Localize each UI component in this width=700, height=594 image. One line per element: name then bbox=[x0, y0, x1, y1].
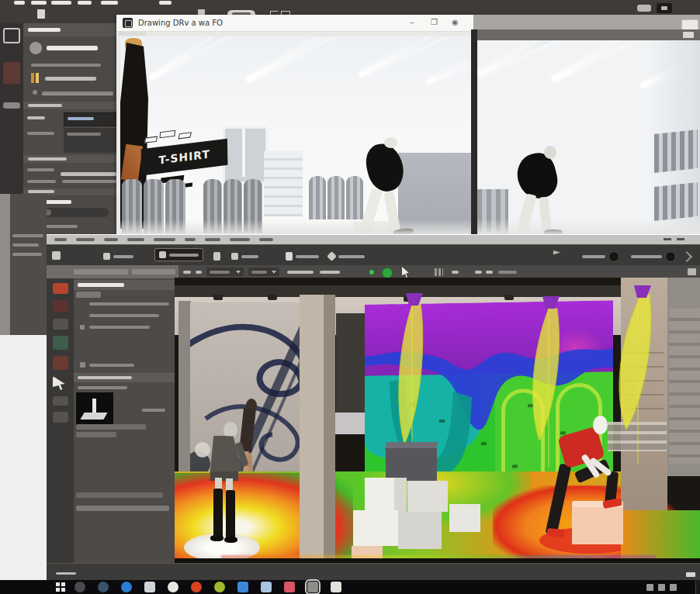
menu-item-blur[interactable] bbox=[259, 238, 273, 241]
menu-item-blur[interactable] bbox=[127, 238, 144, 241]
menu-item-blur[interactable] bbox=[54, 238, 67, 241]
viewport-icon[interactable] bbox=[3, 28, 20, 43]
taskbar-app-active[interactable] bbox=[307, 582, 318, 592]
toolbar-button[interactable] bbox=[227, 250, 262, 263]
zoom-dropdown[interactable] bbox=[206, 268, 244, 276]
tool-glyph-blur[interactable] bbox=[183, 271, 191, 274]
taskbar-app-folder[interactable] bbox=[144, 582, 155, 592]
titlebar-tab[interactable] bbox=[118, 31, 146, 36]
dropdown-box[interactable] bbox=[64, 128, 119, 153]
tool-text-blur[interactable] bbox=[287, 271, 314, 274]
dark-pill-button[interactable] bbox=[657, 3, 672, 13]
taskbar-app-white-circle[interactable] bbox=[168, 582, 178, 592]
materials-tool-icon[interactable] bbox=[53, 300, 68, 313]
scene-tool-icon[interactable] bbox=[53, 283, 68, 294]
window-buttons-blur[interactable] bbox=[677, 238, 684, 240]
status-dot-green bbox=[369, 270, 374, 275]
list-item-blur[interactable] bbox=[89, 314, 159, 317]
main-toolbar bbox=[47, 244, 700, 266]
panel-list-row[interactable] bbox=[76, 432, 116, 437]
view-toggle[interactable] bbox=[627, 250, 680, 263]
window-buttons-blur[interactable] bbox=[664, 238, 671, 240]
mannequin-gray-boot bbox=[226, 490, 235, 540]
avatar[interactable] bbox=[29, 42, 42, 54]
hand-icon[interactable] bbox=[637, 5, 651, 12]
maximize-button[interactable]: ❐ bbox=[431, 18, 438, 26]
render-mode-button[interactable] bbox=[154, 248, 203, 261]
taskbar-app-globe[interactable] bbox=[98, 582, 109, 592]
luminaire-thumbnail[interactable] bbox=[76, 392, 113, 426]
panel-filter-segment[interactable] bbox=[76, 292, 101, 298]
taskbar-app-dark-circle[interactable] bbox=[75, 582, 85, 592]
pane-header-icon[interactable] bbox=[683, 32, 694, 38]
render-viewport-secondary[interactable] bbox=[477, 40, 700, 235]
toolbar-button[interactable] bbox=[99, 250, 137, 263]
tool-glyph-blur[interactable] bbox=[486, 271, 493, 274]
taskbar-app-green[interactable] bbox=[214, 582, 225, 592]
tool-text-blur[interactable] bbox=[498, 271, 517, 274]
start-calculation-button[interactable] bbox=[382, 268, 393, 278]
taskbar-app-blue-drop[interactable] bbox=[121, 582, 132, 592]
link-text-blur[interactable] bbox=[42, 92, 113, 95]
tray-icon[interactable] bbox=[658, 584, 665, 591]
tray-icon[interactable] bbox=[646, 584, 653, 591]
name-input[interactable] bbox=[64, 112, 120, 126]
grid-icon[interactable] bbox=[435, 268, 443, 276]
graffiti-mark bbox=[178, 132, 192, 139]
start-button[interactable] bbox=[56, 582, 65, 592]
render-window-titlebar[interactable]: Drawing DRv a wa FO – ❐ ◉ bbox=[116, 15, 473, 32]
pen-tool-icon[interactable] bbox=[53, 412, 68, 423]
library-icon[interactable] bbox=[3, 62, 20, 84]
note-tool-icon[interactable] bbox=[53, 396, 68, 406]
render-viewport-raytrace[interactable]: T-SHIRT bbox=[120, 36, 471, 235]
tray-icon[interactable] bbox=[670, 584, 677, 591]
document-button[interactable] bbox=[282, 250, 323, 263]
panel-tab-blur[interactable] bbox=[132, 269, 175, 275]
flag-icon[interactable] bbox=[553, 250, 560, 260]
export-button[interactable] bbox=[324, 250, 369, 263]
home-icon[interactable] bbox=[52, 251, 61, 260]
display-dropdown[interactable] bbox=[248, 268, 279, 276]
handle-icon[interactable] bbox=[3, 102, 20, 109]
list-item-blur[interactable] bbox=[89, 302, 169, 306]
menu-item-blur[interactable] bbox=[185, 238, 196, 241]
falsecolor-viewport[interactable] bbox=[175, 278, 700, 565]
view-toggle[interactable] bbox=[578, 250, 623, 263]
taskbar-app-blue-window[interactable] bbox=[237, 582, 248, 592]
menu-item-blur[interactable] bbox=[230, 238, 250, 241]
list-item-bullet bbox=[80, 362, 85, 368]
settings-button[interactable]: ◉ bbox=[452, 18, 459, 26]
tool-text-blur[interactable] bbox=[320, 271, 340, 274]
menu-item-blur[interactable] bbox=[76, 238, 95, 241]
menu-item-blur[interactable] bbox=[205, 238, 220, 241]
taskbar-app-white-shape[interactable] bbox=[331, 582, 341, 592]
taskbar-app-red[interactable] bbox=[191, 582, 202, 592]
chevron-right-icon[interactable] bbox=[681, 251, 692, 262]
page-button[interactable] bbox=[210, 250, 224, 263]
tool-glyph-blur[interactable] bbox=[452, 271, 459, 274]
menu-item-blur[interactable] bbox=[104, 238, 118, 241]
label-blur bbox=[27, 132, 54, 135]
green-book-icon[interactable] bbox=[53, 336, 68, 350]
panel-button-bar[interactable] bbox=[76, 492, 163, 498]
graffiti-mark bbox=[144, 136, 158, 143]
menu-item-blur[interactable] bbox=[154, 238, 175, 241]
red-book-icon[interactable] bbox=[53, 356, 68, 370]
clipboard-icon[interactable] bbox=[37, 9, 45, 19]
panel-tab-blur[interactable] bbox=[74, 269, 128, 275]
ceiling-light-strip bbox=[149, 36, 251, 81]
cursor-tool-icon[interactable] bbox=[53, 376, 68, 390]
taskbar-app-lightblue[interactable] bbox=[261, 582, 272, 592]
show-desktop-sliver[interactable] bbox=[695, 580, 700, 594]
list-item-blur[interactable] bbox=[89, 364, 134, 367]
panel-list-row[interactable] bbox=[76, 424, 146, 430]
list-item-blur[interactable] bbox=[89, 326, 150, 329]
panel-button-bar[interactable] bbox=[76, 506, 169, 511]
pane-icon[interactable] bbox=[688, 268, 696, 275]
wall-shelf-unit bbox=[654, 182, 698, 221]
views-tool-icon[interactable] bbox=[53, 319, 68, 330]
tool-glyph-blur[interactable] bbox=[196, 271, 202, 274]
tool-glyph-blur[interactable] bbox=[475, 271, 482, 274]
taskbar-app-pink[interactable] bbox=[284, 582, 295, 592]
minimize-button[interactable]: – bbox=[410, 17, 414, 27]
